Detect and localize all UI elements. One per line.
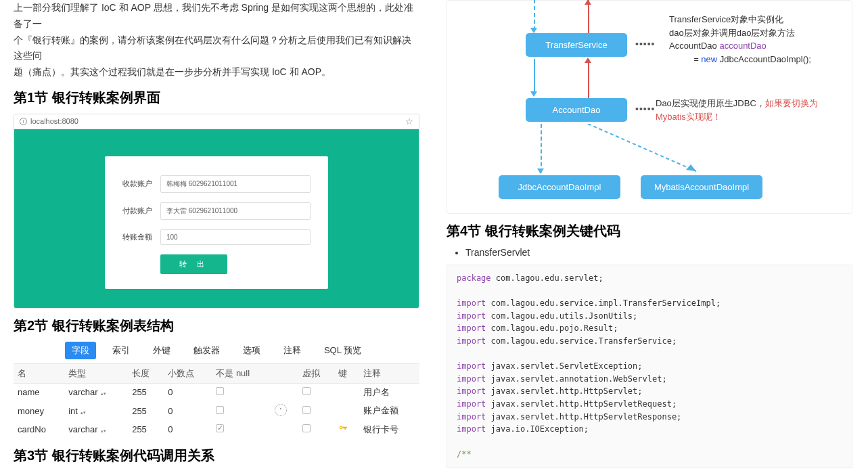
red-arrow-head-icon (585, 58, 591, 63)
right-column: TransferService ••••• TransferService对象中… (433, 0, 866, 475)
dots-icon: ••••• (635, 39, 656, 49)
intro-line-3: 题（痛点）。其实这个过程我们就是在一步步分析并手写实现 IoC 和 AOP。 (14, 66, 331, 77)
tab-options[interactable]: 选项 (236, 342, 267, 359)
tab-index[interactable]: 索引 (106, 342, 137, 359)
col-name: 名 (14, 363, 64, 383)
col-comment: 注释 (359, 363, 419, 383)
stepper-icon[interactable]: ▴▾ (101, 392, 106, 395)
cell-virtual[interactable] (298, 401, 334, 421)
col-virtual: 虚拟 (298, 363, 334, 383)
cell-key (334, 383, 359, 401)
cell-len: 255 (128, 421, 164, 438)
payer-input[interactable]: 李大雷 6029621011000 (160, 202, 311, 220)
transfer-form-card: 收款账户 韩梅梅 6029621011001 付款账户 李大雷 60296210… (105, 156, 328, 289)
db-tabs: 字段 索引 外键 触发器 选项 注释 SQL 预览 (14, 342, 419, 359)
col-notnull: 不是 null (212, 363, 270, 383)
node-jdbc-impl: JdbcAccountDaoImpl (499, 175, 620, 199)
arrow-icon (585, 124, 706, 178)
heading-section-1: 第1节 银行转账案例界面 (14, 89, 419, 107)
intro-line-2: 个『银行转账』的案例，请分析该案例在代码层次有什么问题？分析之后使用我们已有知识… (14, 35, 411, 62)
cell-name: money (14, 401, 64, 421)
cell-notnull[interactable] (212, 421, 270, 438)
payee-label: 收款账户 (122, 179, 160, 189)
call-relation-diagram: TransferService ••••• TransferService对象中… (447, 0, 852, 214)
url-text: localhost:8080 (30, 117, 78, 125)
cell-type: int▴▾ (64, 401, 128, 421)
payee-input[interactable]: 韩梅梅 6029621011001 (160, 175, 311, 193)
amount-label: 转账金额 (122, 232, 160, 242)
cell-comment: 银行卡号 (359, 421, 419, 438)
cell-dec: 0 (164, 421, 212, 438)
note-account-dao: Dao层实现使用原生JDBC，如果要切换为 Mybatis实现呢！ (656, 97, 818, 123)
intro-line-1: 上一部分我们理解了 IoC 和 AOP 思想，我们先不考虑 Spring 是如何… (14, 2, 413, 29)
bookmark-star-icon[interactable]: ☆ (405, 116, 413, 127)
cell-notnull[interactable] (212, 383, 270, 401)
payer-label: 付款账户 (122, 206, 160, 216)
amount-input[interactable]: 100 (160, 229, 311, 245)
primary-key-icon (338, 424, 348, 433)
cell-name: name (14, 383, 64, 401)
cell-comment: 用户名 (359, 383, 419, 401)
tab-fields[interactable]: 字段 (65, 342, 96, 359)
dots-icon: ••••• (635, 104, 656, 114)
bullet-transfer-servlet: TransferServlet (465, 247, 852, 258)
arrow-icon (534, 59, 535, 95)
table-row[interactable]: cardNo varchar▴▾ 255 0 银行卡号 (14, 421, 419, 438)
tab-sqlpreview[interactable]: SQL 预览 (317, 342, 368, 359)
col-len: 长度 (128, 363, 164, 383)
cell-key (334, 421, 359, 438)
stepper-icon[interactable]: ▴▾ (81, 411, 86, 414)
node-mybatis-impl: MybatisAccountDaoImpl (641, 175, 762, 199)
cell-len: 255 (128, 383, 164, 401)
cell-comment: 账户金额 (359, 401, 419, 421)
cell-name: cardNo (14, 421, 64, 438)
stepper-icon[interactable]: ▴▾ (101, 429, 106, 432)
cell-len: 255 (128, 401, 164, 421)
submit-button[interactable]: 转 出 (160, 254, 227, 274)
col-key: 键 (334, 363, 359, 383)
arrow-head-icon (537, 168, 544, 174)
cell-dec: 0 (164, 383, 212, 401)
info-icon: i (20, 118, 27, 125)
cell-virtual[interactable] (298, 421, 334, 438)
red-arrow-icon (588, 59, 589, 98)
schema-table: 名 类型 长度 小数点 不是 null 虚拟 键 注释 name varchar… (14, 363, 419, 438)
bullet-list: TransferServlet (453, 247, 852, 258)
svg-marker-1 (686, 164, 696, 171)
tab-trigger[interactable]: 触发器 (187, 342, 227, 359)
arrow-icon (541, 124, 542, 173)
code-block: package com.lagou.edu.servlet; import co… (447, 265, 852, 468)
table-row[interactable]: money int▴▾ 255 0 账户金额 (14, 401, 419, 421)
red-arrow-head-icon (585, 0, 591, 5)
intro-paragraph: 上一部分我们理解了 IoC 和 AOP 思想，我们先不考虑 Spring 是如何… (14, 0, 419, 81)
row-cursor-icon (275, 404, 287, 416)
heading-section-4: 第4节 银行转账案例关键代码 (447, 222, 852, 240)
left-column: 上一部分我们理解了 IoC 和 AOP 思想，我们先不考虑 Spring 是如何… (0, 0, 433, 475)
table-row[interactable]: name varchar▴▾ 255 0 用户名 (14, 383, 419, 401)
col-type: 类型 (64, 363, 128, 383)
cell-virtual[interactable] (298, 383, 334, 401)
heading-section-2: 第2节 银行转账案例表结构 (14, 317, 419, 335)
arrow-head-icon (530, 28, 537, 33)
address-bar[interactable]: i localhost:8080 ☆ (14, 114, 419, 129)
tab-foreignkey[interactable]: 外键 (146, 342, 177, 359)
svg-line-0 (588, 124, 696, 171)
node-transfer-service: TransferService (526, 33, 627, 57)
note-transfer-service: TransferService对象中实例化 dao层对象并调用dao层对象方法 … (669, 13, 811, 66)
arrow-icon (534, 0, 535, 30)
tab-comment[interactable]: 注释 (277, 342, 308, 359)
browser-mock: i localhost:8080 ☆ 收款账户 韩梅梅 602962101100… (14, 114, 419, 309)
cell-key (334, 401, 359, 421)
cell-notnull[interactable] (212, 401, 270, 421)
cell-type: varchar▴▾ (64, 421, 128, 438)
page-body: 收款账户 韩梅梅 6029621011001 付款账户 李大雷 60296210… (14, 129, 419, 308)
red-arrow-icon (588, 0, 589, 33)
heading-section-3: 第3节 银行转账案例代码调用关系 (14, 447, 419, 465)
cell-type: varchar▴▾ (64, 383, 128, 401)
col-dec: 小数点 (164, 363, 212, 383)
arrow-head-icon (530, 91, 537, 97)
cell-dec: 0 (164, 401, 212, 421)
